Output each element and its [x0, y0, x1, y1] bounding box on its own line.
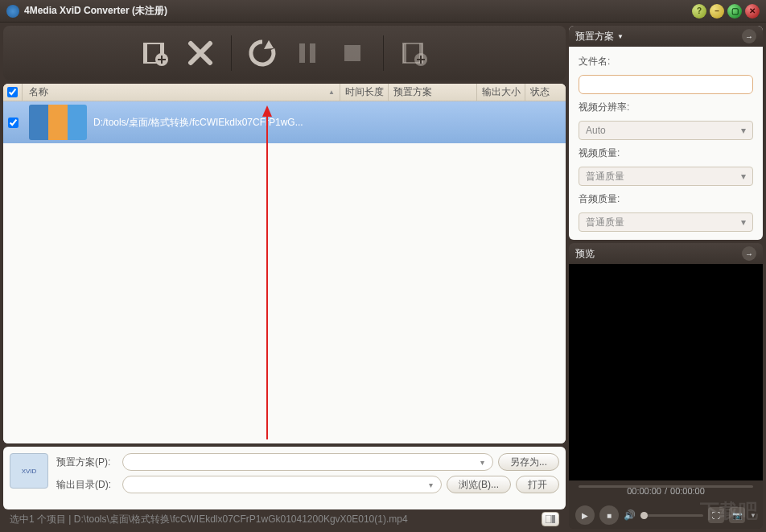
svg-rect-12 [546, 515, 551, 523]
profile-label: 预置方案(P): [56, 456, 117, 469]
preview-controls: ▶ ■ 🔊 ⛶ 📷 ▼ [569, 501, 763, 529]
column-name[interactable]: 名称 [23, 84, 340, 101]
file-path: D:/tools/桌面/格式转换/fcCWIEkdlx07CFrP1wG... [93, 116, 566, 130]
save-as-button[interactable]: 另存为... [498, 453, 559, 471]
title-bar: 4Media XviD Converter (未注册) ? – ▢ ✕ [0, 0, 766, 23]
add-file-button[interactable] [136, 34, 175, 72]
toggle-panel-button[interactable] [542, 512, 559, 526]
time-current: 00:00:00 [627, 486, 661, 496]
maximize-button[interactable]: ▢ [727, 4, 742, 19]
main-toolbar [3, 26, 566, 80]
column-profile[interactable]: 预置方案 [389, 84, 477, 101]
profile-panel: 预置方案▼ → 文件名: 视频分辨率: Auto 视频质量: 普通质量 音频质量… [569, 26, 763, 240]
preview-video-area[interactable] [569, 264, 763, 480]
audio-quality-label: 音频质量: [579, 192, 753, 206]
window-title: 4Media XviD Converter (未注册) [24, 4, 692, 18]
bottom-controls: XVID 预置方案(P): 另存为... 输出目录(D): 浏览(B)... 打… [3, 447, 566, 509]
profile-panel-header: 预置方案▼ → [569, 26, 763, 47]
time-total: 00:00:00 [670, 486, 705, 496]
time-sep: / [665, 486, 667, 496]
profile-combo[interactable] [122, 453, 493, 471]
column-status[interactable]: 状态 [525, 84, 566, 101]
profile-thumbnail: XVID [10, 453, 48, 489]
header-checkbox[interactable] [3, 84, 23, 101]
column-output-size[interactable]: 输出大小 [477, 84, 525, 101]
file-thumbnail [29, 105, 87, 140]
svg-rect-13 [552, 515, 555, 523]
resolution-combo[interactable]: Auto [579, 121, 753, 140]
preview-expand-button[interactable]: → [742, 246, 756, 261]
svg-rect-8 [403, 43, 406, 63]
volume-slider[interactable] [640, 514, 703, 517]
app-icon [6, 5, 19, 18]
profile-expand-button[interactable]: → [742, 29, 756, 43]
preview-panel: 预览 → 00:00:00 / 00:00:00 ▶ ■ 🔊 ⛶ 📷 ▼ [569, 243, 763, 529]
output-dir-combo[interactable] [122, 476, 442, 493]
status-text: 选中1 个项目 | D:\tools\桌面\格式转换\fcCWIEkdlx07C… [10, 513, 542, 526]
column-duration[interactable]: 时间长度 [340, 84, 389, 101]
profile-header-title: 预置方案 [575, 30, 614, 43]
add-profile-button[interactable] [395, 34, 434, 72]
file-list: 名称 时间长度 预置方案 输出大小 状态 D:/tools/桌面/格式转换/fc… [3, 84, 566, 443]
stop-button[interactable] [333, 34, 372, 72]
close-button[interactable]: ✕ [745, 4, 760, 19]
help-button[interactable]: ? [692, 4, 706, 19]
video-quality-label: 视频质量: [579, 146, 753, 160]
browse-button[interactable]: 浏览(B)... [447, 476, 511, 493]
row-checkbox[interactable] [3, 118, 23, 128]
stop-preview-button[interactable]: ■ [599, 505, 619, 525]
snapshot-button[interactable]: 📷 [729, 507, 745, 523]
convert-button[interactable] [243, 34, 282, 72]
minimize-button[interactable]: – [710, 4, 724, 19]
preview-timeline[interactable]: 00:00:00 / 00:00:00 [569, 480, 763, 501]
window-controls: ? – ▢ ✕ [692, 4, 760, 19]
svg-rect-4 [299, 43, 305, 63]
snapshot-dropdown[interactable]: ▼ [750, 512, 756, 519]
filename-label: 文件名: [579, 55, 753, 68]
fullscreen-button[interactable]: ⛶ [708, 507, 724, 523]
list-header: 名称 时间长度 预置方案 输出大小 状态 [3, 84, 566, 101]
play-button[interactable]: ▶ [575, 505, 595, 525]
volume-icon[interactable]: 🔊 [624, 509, 636, 521]
remove-file-button[interactable] [181, 34, 220, 72]
open-button[interactable]: 打开 [516, 476, 559, 493]
audio-quality-combo[interactable]: 普通质量 [579, 212, 753, 232]
svg-rect-5 [310, 43, 315, 63]
preview-header-title: 预览 [575, 247, 595, 261]
preview-panel-header: 预览 → [569, 243, 763, 264]
resolution-label: 视频分辨率: [579, 101, 753, 114]
svg-rect-6 [344, 45, 360, 61]
pause-button[interactable] [288, 34, 327, 72]
filename-input[interactable] [579, 75, 753, 94]
status-bar: 选中1 个项目 | D:\tools\桌面\格式转换\fcCWIEkdlx07C… [3, 509, 566, 529]
video-quality-combo[interactable]: 普通质量 [579, 167, 753, 186]
list-body[interactable]: D:/tools/桌面/格式转换/fcCWIEkdlx07CFrP1wG... [3, 101, 566, 443]
output-dir-label: 输出目录(D): [56, 478, 117, 492]
file-row[interactable]: D:/tools/桌面/格式转换/fcCWIEkdlx07CFrP1wG... [3, 101, 566, 143]
annotation-arrow [259, 105, 275, 443]
svg-rect-1 [144, 43, 147, 63]
